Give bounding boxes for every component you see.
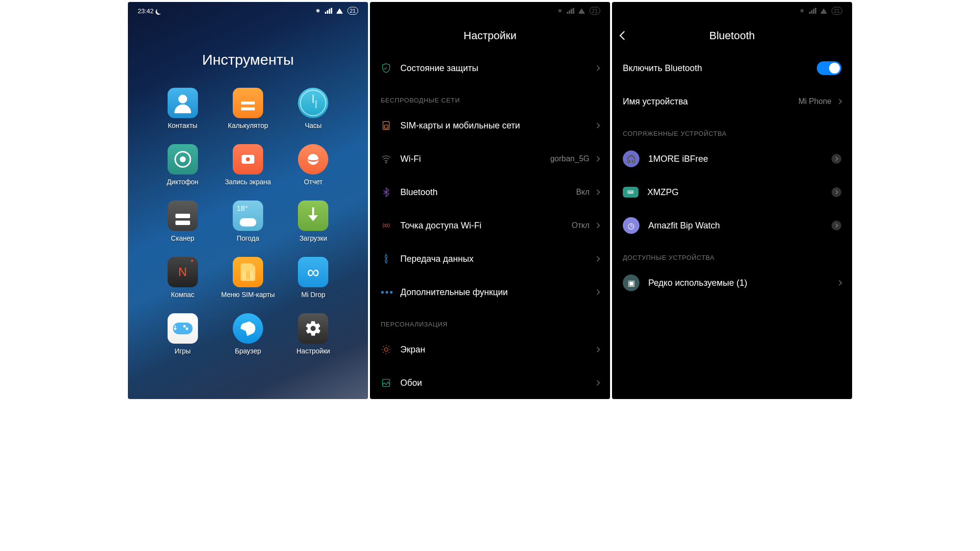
screen-record-icon <box>233 144 263 175</box>
app-grid: Контакты Калькулятор Часы Диктофон Запис… <box>128 88 368 355</box>
device-amazfit[interactable]: ◷ Amazfit Bip Watch <box>612 209 852 242</box>
rare-icon: ▣ <box>623 275 639 291</box>
wifi-icon <box>381 153 400 164</box>
svg-point-2 <box>386 162 387 163</box>
bt-value: Вкл <box>576 188 589 197</box>
chevron-icon <box>832 187 841 197</box>
status-bar: ⁕ 21 <box>370 2 610 20</box>
section-paired: СОПРЯЖЕННЫЕ УСТРОЙСТВА <box>612 118 852 142</box>
device-xmzpg[interactable]: ⌨ XMZPG <box>612 175 852 209</box>
more-icon: ••• <box>381 287 400 298</box>
chevron-icon <box>832 154 841 164</box>
phone-settings: ⁕ 21 Настройки Состояние защиты БЕСПРОВО… <box>370 2 610 399</box>
battery-icon: 21 <box>589 7 600 15</box>
battery-icon: 21 <box>832 7 842 15</box>
phone-bluetooth: ⁕ 21 Bluetooth Включить Bluetooth Имя ус… <box>612 2 852 399</box>
calculator-icon <box>233 88 263 118</box>
keyboard-icon: ⌨ <box>623 187 638 198</box>
headphones-icon: 🎧 <box>623 150 639 167</box>
watch-icon: ◷ <box>623 217 639 234</box>
row-rare-devices[interactable]: ▣ Редко используемые (1) <box>612 266 852 300</box>
wifi-icon <box>820 8 828 14</box>
app-sim-menu[interactable]: Меню SIM-карты <box>215 257 280 299</box>
battery-icon: 21 <box>347 7 358 15</box>
hotspot-value: Откл <box>572 221 589 230</box>
display-icon <box>381 344 400 355</box>
row-sim[interactable]: SIM-карты и мобильные сети <box>370 109 610 142</box>
chevron-icon <box>832 221 841 230</box>
section-wireless: БЕСПРОВОДНЫЕ СЕТИ <box>370 85 610 109</box>
page-title: Bluetooth <box>612 29 852 42</box>
row-wallpaper[interactable]: Обои <box>370 366 610 399</box>
report-icon <box>298 144 328 175</box>
app-downloads[interactable]: Загрузки <box>281 200 346 242</box>
row-security[interactable]: Состояние защиты <box>370 51 610 85</box>
bt-toggle[interactable] <box>817 61 841 75</box>
bluetooth-icon: ⁕ <box>315 7 321 15</box>
page-title: Настройки <box>370 20 610 51</box>
app-midrop[interactable]: Mi Drop <box>281 257 346 299</box>
device-1more[interactable]: 🎧 1MORE iBFree <box>612 142 852 175</box>
bluetooth-icon: ⁕ <box>799 7 805 15</box>
app-weather[interactable]: 18°Погода <box>215 200 280 242</box>
midrop-icon <box>298 257 328 287</box>
app-browser[interactable]: Браузер <box>215 313 280 355</box>
row-enable-bt[interactable]: Включить Bluetooth <box>612 51 852 85</box>
signal-icon <box>325 8 332 14</box>
clock-icon <box>298 88 328 118</box>
bluetooth-icon: ⁕ <box>557 7 563 15</box>
row-more[interactable]: ••• Дополнительные функции <box>370 276 610 309</box>
section-personal: ПЕРСОНАЛИЗАЦИЯ <box>370 309 610 333</box>
row-data[interactable]: Передача данных <box>370 242 610 276</box>
row-hotspot[interactable]: Точка доступа Wi-Fi Откл <box>370 209 610 242</box>
hotspot-icon <box>381 220 400 231</box>
recorder-icon <box>168 144 198 175</box>
folder-title: Инструменты <box>128 51 368 68</box>
contacts-icon <box>168 88 198 118</box>
sim-icon <box>233 257 263 287</box>
app-scanner[interactable]: Сканер <box>150 200 215 242</box>
dnd-icon <box>156 7 163 14</box>
svg-rect-1 <box>384 125 388 128</box>
device-name-value: Mi Phone <box>798 97 832 106</box>
row-wifi[interactable]: Wi-Fi gorban_5G <box>370 142 610 175</box>
shield-icon <box>381 63 400 74</box>
wallpaper-icon <box>381 377 400 388</box>
bluetooth-icon <box>381 187 400 198</box>
header: Bluetooth <box>612 20 852 51</box>
games-icon <box>168 313 198 344</box>
signal-icon <box>809 8 816 14</box>
compass-icon <box>168 257 198 287</box>
svg-point-3 <box>385 224 388 227</box>
browser-icon <box>233 313 263 344</box>
scanner-icon <box>168 200 198 231</box>
wifi-icon <box>336 8 343 14</box>
app-settings[interactable]: Настройки <box>281 313 346 355</box>
app-compass[interactable]: Компас <box>150 257 215 299</box>
phone-home: 23:42 ⁕ 21 Инструменты Контакты Калькуля… <box>128 2 368 399</box>
app-report[interactable]: Отчет <box>281 144 346 186</box>
app-games[interactable]: Игры <box>150 313 215 355</box>
sim-icon <box>381 120 400 131</box>
wifi-value: gorban_5G <box>550 154 589 163</box>
app-calculator[interactable]: Калькулятор <box>215 88 280 129</box>
signal-icon <box>567 8 574 14</box>
section-available: ДОСТУПНЫЕ УСТРОЙСТВА <box>612 242 852 266</box>
row-bluetooth[interactable]: Bluetooth Вкл <box>370 175 610 209</box>
app-recorder[interactable]: Диктофон <box>150 144 215 186</box>
settings-icon <box>298 313 328 344</box>
app-screen-record[interactable]: Запись экрана <box>215 144 280 186</box>
status-bar: 23:42 ⁕ 21 <box>128 2 368 20</box>
weather-icon: 18° <box>233 200 263 231</box>
app-clock[interactable]: Часы <box>281 88 346 129</box>
row-device-name[interactable]: Имя устройства Mi Phone <box>612 85 852 118</box>
status-bar: ⁕ 21 <box>612 2 852 20</box>
status-time: 23:42 <box>138 7 154 15</box>
row-display[interactable]: Экран <box>370 333 610 366</box>
app-contacts[interactable]: Контакты <box>150 88 215 129</box>
svg-point-4 <box>384 348 388 351</box>
data-icon <box>381 253 400 264</box>
downloads-icon <box>298 200 328 231</box>
wifi-icon <box>578 8 586 14</box>
